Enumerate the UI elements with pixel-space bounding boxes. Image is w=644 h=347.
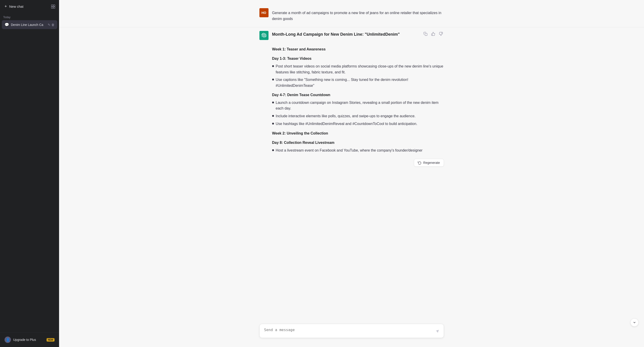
sidebar-bottom: 👤 Upgrade to Plus NEW <box>0 332 59 347</box>
bullet-text: Use captions like "Something new is comi… <box>276 77 444 88</box>
input-section <box>59 321 644 347</box>
layout-icon <box>51 5 55 9</box>
user-message-block: HO Generate a month of ad campaigns to p… <box>254 5 449 27</box>
bullet-dot <box>272 65 274 67</box>
bullet-item: Post short teaser videos on social media… <box>272 63 444 75</box>
bullet-text: Launch a countdown campaign on Instagram… <box>276 100 444 111</box>
regenerate-area: Regenerate <box>254 159 449 168</box>
plus-icon: + <box>4 4 7 9</box>
thumbs-up-icon <box>431 32 435 36</box>
day1-3-bullets: Post short teaser videos on social media… <box>272 63 444 88</box>
bullet-item: Launch a countdown campaign on Instagram… <box>272 100 444 111</box>
chat-item-actions: ✎ 🗑 <box>48 23 54 27</box>
bullet-dot <box>272 123 274 125</box>
layout-button[interactable] <box>49 3 57 11</box>
bullet-text: Use hashtags like #UnlimitedDenimReveal … <box>276 121 417 127</box>
user-message: HO Generate a month of ad campaigns to p… <box>260 8 444 22</box>
assistant-content: Month-Long Ad Campaign for New Denim Lin… <box>272 31 444 155</box>
delete-chat-icon[interactable]: 🗑 <box>51 23 54 27</box>
chat-history-label: Denim Line Launch Ca <box>11 23 46 27</box>
send-button[interactable] <box>434 328 441 335</box>
openai-logo-icon <box>262 33 266 38</box>
user-message-text: Generate a month of ad campaigns to prom… <box>272 8 444 22</box>
upgrade-button[interactable]: 👤 Upgrade to Plus NEW <box>2 334 57 345</box>
week1-heading: Week 1: Teaser and Awareness <box>272 46 444 52</box>
day1-3-heading: Day 1-3: Teaser Videos <box>272 56 444 62</box>
regenerate-icon <box>418 161 422 165</box>
bullet-dot <box>272 79 274 81</box>
chat-history-item[interactable]: 💬 Denim Line Launch Ca ✎ 🗑 <box>2 20 57 29</box>
send-icon <box>436 329 439 333</box>
new-chat-label: New chat <box>9 5 24 9</box>
bullet-dot <box>272 102 274 103</box>
copy-button[interactable] <box>422 31 428 37</box>
message-input[interactable] <box>260 324 444 337</box>
bullet-text: Host a livestream event on Facebook and … <box>276 147 422 153</box>
new-chat-button[interactable]: + New chat <box>2 2 49 11</box>
assistant-action-buttons <box>422 31 444 37</box>
chat-bubble-icon: 💬 <box>4 23 9 27</box>
input-wrapper <box>260 324 444 338</box>
day4-7-bullets: Launch a countdown campaign on Instagram… <box>272 100 444 127</box>
sidebar: + New chat Today 💬 Denim Line Launch Ca … <box>0 0 59 347</box>
svg-rect-0 <box>51 5 53 6</box>
day4-7-heading: Day 4-7: Denim Tease Countdown <box>272 92 444 98</box>
assistant-avatar <box>260 31 268 40</box>
edit-chat-icon[interactable]: ✎ <box>48 23 50 27</box>
avatar: 👤 <box>4 336 11 343</box>
copy-icon <box>424 32 428 36</box>
assistant-message-row: Month-Long Ad Campaign for New Denim Lin… <box>260 31 444 155</box>
svg-rect-4 <box>425 34 427 36</box>
section-today-label: Today <box>0 13 59 20</box>
thumbs-down-icon <box>439 32 443 36</box>
chat-container: HO Generate a month of ad campaigns to p… <box>59 0 644 321</box>
assistant-message-block: Month-Long Ad Campaign for New Denim Lin… <box>59 27 644 159</box>
bullet-text: Include interactive elements like polls,… <box>276 113 416 119</box>
chevron-down-icon <box>633 321 636 324</box>
input-area <box>254 321 449 342</box>
bullet-item: Use captions like "Something new is comi… <box>272 77 444 88</box>
bullet-item: Use hashtags like #UnlimitedDenimReveal … <box>272 121 444 127</box>
svg-rect-1 <box>54 5 55 6</box>
thumbs-down-button[interactable] <box>438 31 444 37</box>
svg-rect-3 <box>54 7 55 9</box>
assistant-title: Month-Long Ad Campaign for New Denim Lin… <box>272 31 400 38</box>
week2-heading: Week 2: Unveiling the Collection <box>272 130 444 136</box>
day8-bullets: Host a livestream event on Facebook and … <box>272 147 444 153</box>
bullet-dot <box>272 149 274 151</box>
bullet-item: Host a livestream event on Facebook and … <box>272 147 444 153</box>
assistant-message-inner: Month-Long Ad Campaign for New Denim Lin… <box>254 27 449 159</box>
bullet-dot <box>272 115 274 117</box>
scroll-down-button[interactable] <box>630 318 638 326</box>
day8-heading: Day 8: Collection Reveal Livestream <box>272 140 444 146</box>
thumbs-up-button[interactable] <box>430 31 436 37</box>
user-avatar: HO <box>260 8 268 17</box>
bullet-text: Post short teaser videos on social media… <box>276 63 444 75</box>
sidebar-top: + New chat <box>0 0 59 13</box>
upgrade-label: Upgrade to Plus <box>13 338 36 341</box>
new-badge: NEW <box>46 338 54 341</box>
svg-rect-2 <box>51 7 53 9</box>
bullet-item: Include interactive elements like polls,… <box>272 113 444 119</box>
main-content: HO Generate a month of ad campaigns to p… <box>59 0 644 347</box>
regenerate-label: Regenerate <box>423 161 440 165</box>
regenerate-button[interactable]: Regenerate <box>414 159 444 167</box>
